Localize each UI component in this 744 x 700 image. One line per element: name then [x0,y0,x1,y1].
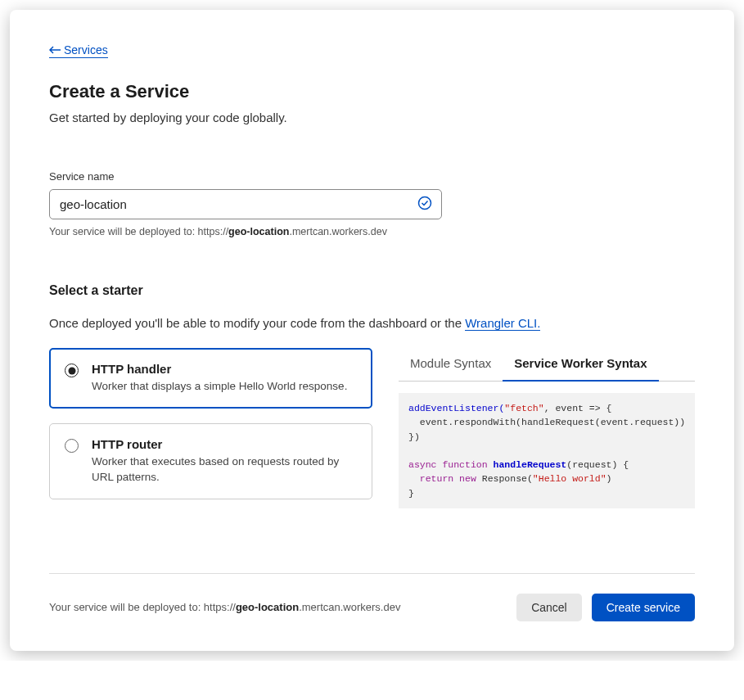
starter-option-http-handler[interactable]: HTTP handler Worker that displays a simp… [49,348,372,409]
radio-icon [65,364,79,377]
radio-icon [65,439,79,453]
code-preview: addEventListener("fetch", event => { eve… [399,393,695,508]
service-name-input[interactable] [49,189,442,219]
option-title: HTTP handler [92,362,347,376]
page-subtitle: Get started by deploying your code globa… [49,111,695,124]
footer: Your service will be deployed to: https:… [49,594,695,621]
back-link-label: Services [64,43,108,56]
arrow-left-icon [49,43,61,56]
create-service-panel: Services Create a Service Get started by… [10,10,734,651]
option-desc: Worker that executes based on requests r… [92,454,357,485]
svg-point-0 [419,196,431,209]
service-name-helper: Your service will be deployed to: https:… [49,226,695,237]
option-desc: Worker that displays a simple Hello Worl… [92,379,347,395]
syntax-tabs: Module Syntax Service Worker Syntax [399,348,695,382]
tab-service-worker-syntax[interactable]: Service Worker Syntax [503,348,658,382]
cancel-button[interactable]: Cancel [516,594,582,621]
wrangler-cli-link[interactable]: Wrangler CLI. [465,316,540,331]
option-title: HTTP router [92,437,357,451]
back-to-services-link[interactable]: Services [49,43,108,58]
check-circle-icon [417,196,432,214]
footer-deploy-text: Your service will be deployed to: https:… [49,601,400,613]
starter-option-http-router[interactable]: HTTP router Worker that executes based o… [49,423,372,499]
page-title: Create a Service [49,81,695,102]
service-name-field-wrap [49,189,442,219]
create-service-button[interactable]: Create service [592,594,695,621]
starter-description: Once deployed you'll be able to modify y… [49,316,695,330]
tab-module-syntax[interactable]: Module Syntax [399,348,503,382]
divider [49,573,695,574]
starter-heading: Select a starter [49,283,695,298]
service-name-label: Service name [49,170,695,183]
